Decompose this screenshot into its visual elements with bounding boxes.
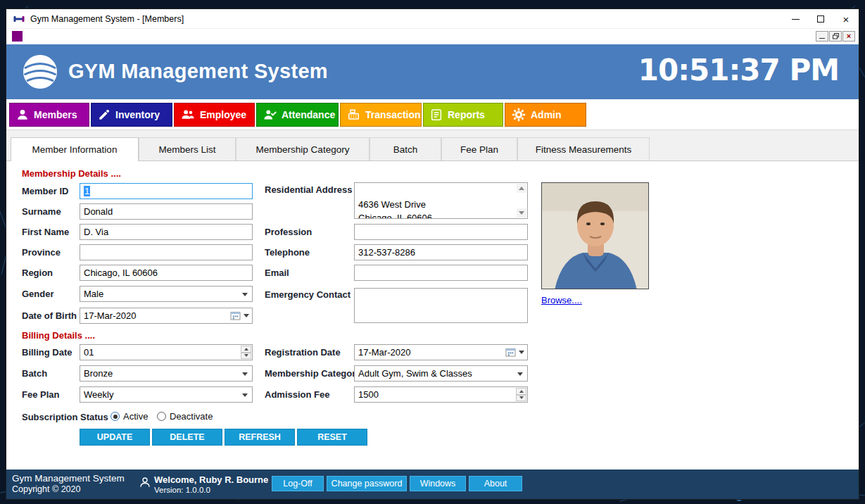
spin-up-icon[interactable] bbox=[516, 388, 526, 395]
surname-input[interactable]: Donald bbox=[80, 203, 253, 220]
tab-batch[interactable]: Batch bbox=[370, 137, 441, 160]
member-id-label: Member ID bbox=[22, 186, 68, 196]
main-navbar: Members Inventory Employee Attendance bbox=[6, 99, 859, 130]
membership-details-heading: Membership Details .... bbox=[22, 168, 121, 179]
nav-transaction-button[interactable]: Transaction bbox=[340, 103, 422, 127]
version-text: Version: 1.0.0.0 bbox=[154, 486, 210, 494]
tab-label: Fitness Measurements bbox=[536, 144, 632, 155]
refresh-button[interactable]: REFRESH bbox=[225, 429, 295, 446]
fee-plan-label: Fee Plan bbox=[22, 389, 59, 400]
membership-category-value: Adult Gym, Swim & Classes bbox=[358, 368, 472, 379]
reset-button[interactable]: RESET bbox=[297, 429, 367, 446]
chevron-down-icon bbox=[244, 314, 249, 317]
telephone-input[interactable]: 312-537-8286 bbox=[354, 244, 528, 260]
profession-input[interactable] bbox=[354, 224, 528, 240]
mdi-restore-icon bbox=[833, 33, 839, 39]
nav-label: Employee bbox=[200, 109, 246, 120]
billing-date-stepper[interactable]: 01 bbox=[80, 344, 253, 360]
emergency-contact-input[interactable] bbox=[354, 288, 528, 323]
minimize-icon bbox=[792, 19, 800, 20]
windows-button[interactable]: Windows bbox=[410, 476, 466, 491]
province-input[interactable] bbox=[80, 244, 253, 260]
tab-label: Member Information bbox=[32, 144, 118, 155]
tab-label: Fee Plan bbox=[460, 144, 498, 155]
first-name-label: First Name bbox=[22, 227, 69, 237]
gear-icon bbox=[512, 108, 526, 122]
nav-reports-button[interactable]: Reports bbox=[423, 103, 503, 127]
log-off-button[interactable]: Log-Off bbox=[272, 476, 324, 491]
fee-plan-value: Weekly bbox=[84, 389, 113, 400]
batch-label: Batch bbox=[22, 368, 47, 379]
pencil-icon bbox=[98, 108, 111, 121]
browse-photo-link[interactable]: Browse.... bbox=[541, 295, 582, 305]
spinner-control[interactable] bbox=[241, 346, 251, 359]
tab-fee-plan[interactable]: Fee Plan bbox=[441, 137, 517, 160]
nav-members-button[interactable]: Members bbox=[9, 103, 89, 127]
member-id-input[interactable]: 1 bbox=[80, 183, 253, 199]
fee-plan-select[interactable]: Weekly bbox=[80, 386, 253, 403]
nav-label: Admin bbox=[531, 109, 562, 120]
tab-membership-category[interactable]: Membership Category bbox=[236, 137, 370, 160]
delete-button[interactable]: DELETE bbox=[152, 429, 222, 446]
clock-display: 10:51:37 PM bbox=[638, 53, 839, 87]
nav-employee-button[interactable]: Employee bbox=[174, 103, 255, 127]
mdi-close-icon: × bbox=[847, 32, 851, 40]
update-button[interactable]: UPDATE bbox=[80, 429, 150, 446]
residential-address-label: Residential Address bbox=[265, 184, 353, 195]
nav-admin-button[interactable]: Admin bbox=[505, 103, 586, 127]
tab-member-information[interactable]: Member Information bbox=[11, 137, 139, 161]
email-input[interactable] bbox=[354, 265, 528, 281]
close-button[interactable]: × bbox=[833, 9, 859, 29]
mdi-restore-button[interactable] bbox=[829, 31, 842, 42]
registration-date-picker[interactable]: 17-Mar-2020 bbox=[354, 344, 528, 360]
spin-down-icon[interactable] bbox=[241, 353, 251, 360]
globe-logo-icon bbox=[22, 53, 58, 90]
tab-fitness-measurements[interactable]: Fitness Measurements bbox=[517, 137, 650, 160]
app-window: Gym Management System - [Members] × × GY… bbox=[6, 8, 859, 500]
deactivate-radio[interactable] bbox=[157, 412, 166, 421]
spinner-control[interactable] bbox=[516, 388, 526, 401]
gender-select[interactable]: Male bbox=[80, 286, 253, 302]
residential-address-input[interactable]: 4636 West Drive Chicago, IL 60606 bbox=[354, 182, 528, 219]
app-header: GYM Management System 10:51:37 PM bbox=[6, 44, 859, 99]
about-button[interactable]: About bbox=[469, 476, 522, 491]
region-label: Region bbox=[22, 267, 53, 278]
nav-label: Transaction bbox=[365, 109, 421, 120]
close-icon: × bbox=[843, 14, 850, 25]
nav-inventory-button[interactable]: Inventory bbox=[91, 103, 172, 127]
minimize-button[interactable] bbox=[783, 9, 808, 29]
tab-label: Batch bbox=[393, 144, 418, 155]
emergency-contact-label: Emergency Contact bbox=[265, 289, 351, 300]
nav-label: Members bbox=[34, 109, 77, 120]
deactivate-radio-label[interactable]: Deactivate bbox=[170, 411, 213, 422]
date-of-birth-picker[interactable]: 17-Mar-2020 bbox=[80, 308, 253, 324]
admission-fee-stepper[interactable]: 1500 bbox=[354, 386, 528, 403]
mdi-close-button[interactable]: × bbox=[842, 31, 855, 42]
scroll-down-icon[interactable] bbox=[517, 208, 526, 218]
active-radio-label[interactable]: Active bbox=[123, 411, 148, 422]
subscription-status-label: Subscription Status bbox=[22, 412, 108, 422]
billing-date-label: Billing Date bbox=[22, 347, 72, 358]
tab-label: Members List bbox=[158, 144, 215, 155]
mdi-minimize-button[interactable] bbox=[816, 31, 828, 42]
tab-members-list[interactable]: Members List bbox=[139, 137, 236, 160]
mdi-strip: × bbox=[6, 29, 859, 44]
nav-attendance-button[interactable]: Attendance bbox=[256, 103, 339, 127]
dob-value: 17-Mar-2020 bbox=[84, 310, 136, 321]
batch-select[interactable]: Bronze bbox=[80, 365, 253, 382]
membership-category-select[interactable]: Adult Gym, Swim & Classes bbox=[354, 365, 528, 382]
window-titlebar: Gym Management System - [Members] × bbox=[6, 9, 859, 29]
spin-down-icon[interactable] bbox=[516, 395, 526, 402]
region-input[interactable]: Chicago, IL 60606 bbox=[80, 265, 253, 281]
first-name-input[interactable]: D. Via bbox=[80, 224, 253, 240]
telephone-label: Telephone bbox=[265, 247, 310, 258]
active-radio[interactable] bbox=[111, 412, 120, 421]
change-password-button[interactable]: Change password bbox=[327, 476, 407, 491]
maximize-button[interactable] bbox=[808, 9, 833, 29]
admission-fee-label: Admission Fee bbox=[265, 389, 329, 400]
mdi-minimize-icon bbox=[819, 38, 825, 39]
spin-up-icon[interactable] bbox=[241, 346, 251, 353]
scroll-up-icon[interactable] bbox=[517, 184, 526, 193]
status-bar: Gym Management System Copyright © 2020 W… bbox=[6, 470, 859, 499]
app-title: GYM Management System bbox=[68, 60, 328, 83]
